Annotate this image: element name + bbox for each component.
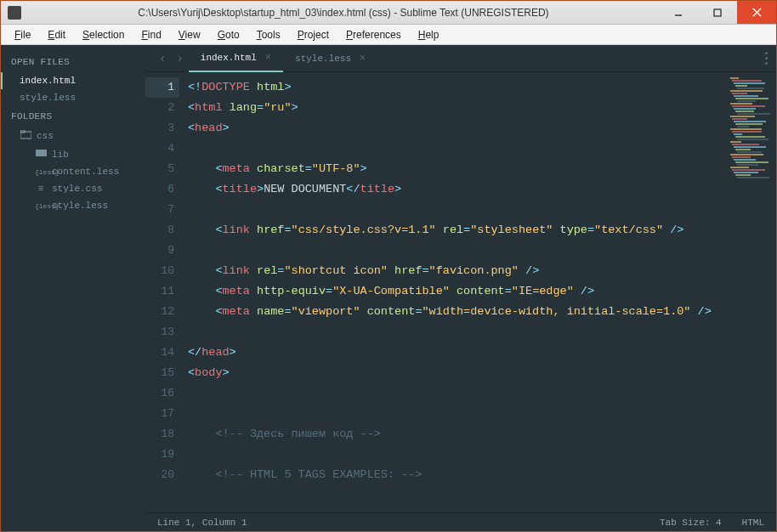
open-file-item[interactable]: style.less [1,89,145,106]
titlebar[interactable]: C:\Users\Yurij\Desktop\startup_html_03\i… [1,1,776,25]
line-number[interactable]: 18 [145,424,174,444]
tree-item[interactable]: {less}content.less [1,163,145,180]
code-line[interactable]: <!-- Здесь пишем код --> [183,424,725,444]
close-button[interactable] [737,1,776,24]
menu-preferences[interactable]: Preferences [339,27,408,42]
open-files-list: index.htmlstyle.less [1,72,145,106]
code-line[interactable]: <html lang="ru"> [183,98,725,118]
tabs-row: ‹ › index.html×style.less× [145,45,776,72]
code-line[interactable]: <meta charset="UTF-8"> [183,159,725,179]
minimize-button[interactable] [659,1,698,24]
code-line[interactable]: <link href="css/style.css?v=1.1" rel="st… [183,220,725,241]
code-line[interactable]: <meta http-equiv="X-UA-Compatible" conte… [183,281,725,302]
tree-item[interactable]: {less}style.less [1,197,145,214]
line-number[interactable]: 19 [145,444,174,465]
tab-close-icon[interactable]: × [360,53,366,65]
window-controls [659,1,776,24]
code-line[interactable]: <head> [183,118,725,139]
tab-nav-prev-icon[interactable]: ‹ [154,52,171,65]
line-number[interactable]: 13 [145,322,174,342]
line-number[interactable]: 14 [145,342,174,363]
line-number[interactable]: 6 [145,179,174,200]
tree-item[interactable]: lib [1,145,145,163]
code-line[interactable]: <!DOCTYPE html> [183,77,725,98]
tree-item[interactable]: css [1,127,145,145]
line-number[interactable]: 7 [145,200,174,220]
tree-item-label: css [37,131,54,141]
line-number[interactable]: 12 [145,302,174,322]
code-line[interactable] [183,139,725,159]
code-line[interactable] [183,404,725,424]
menu-view[interactable]: View [172,27,207,42]
code-line[interactable]: <body> [183,363,725,383]
code-line[interactable]: </head> [183,342,725,363]
app-window: C:\Users\Yurij\Desktop\startup_html_03\i… [0,0,777,532]
folder-open-icon [20,130,31,142]
tab-label: index.html [201,53,257,63]
status-tab-size[interactable]: Tab Size: 4 [660,518,722,528]
menu-selection[interactable]: Selection [76,27,131,42]
menu-edit[interactable]: Edit [41,27,72,42]
line-number[interactable]: 17 [145,404,174,424]
app-icon [8,6,21,20]
line-number[interactable]: 5 [145,159,174,179]
tree-item-label: style.less [52,201,108,211]
folder-tree: csslib{less}content.less≡style.css{less}… [1,127,145,214]
menu-project[interactable]: Project [291,27,336,42]
tree-item-label: lib [52,150,69,160]
line-number[interactable]: 11 [145,281,174,302]
maximize-button[interactable] [698,1,737,24]
menu-goto[interactable]: Goto [211,27,247,42]
less-icon: {less} [35,168,47,176]
line-number[interactable]: 9 [145,241,174,261]
open-file-item[interactable]: index.html [1,72,145,89]
editor-area: ‹ › index.html×style.less× 1234567891011… [145,45,776,531]
code-line[interactable] [183,241,725,261]
line-number[interactable]: 10 [145,261,174,281]
code-line[interactable]: <link rel="shortcut icon" href="favicon.… [183,261,725,281]
minimap[interactable] [725,72,776,512]
svg-rect-6 [36,150,47,156]
line-number[interactable]: 20 [145,465,174,485]
tab-nav-next-icon[interactable]: › [171,52,188,65]
tab[interactable]: index.html× [189,45,283,72]
tree-item[interactable]: ≡style.css [1,180,145,197]
statusbar: Line 1, Column 1 Tab Size: 4 HTML [145,512,776,531]
app-body: OPEN FILES index.htmlstyle.less FOLDERS … [1,45,776,531]
line-gutter[interactable]: 1234567891011121314151617181920 [145,72,183,512]
menu-file[interactable]: File [8,27,37,42]
line-number[interactable]: 2 [145,98,174,118]
status-cursor-position[interactable]: Line 1, Column 1 [157,518,247,528]
sidebar: OPEN FILES index.htmlstyle.less FOLDERS … [1,45,145,531]
menubar: FileEditSelectionFindViewGotoToolsProjec… [1,25,776,45]
menu-tools[interactable]: Tools [250,27,287,42]
line-number[interactable]: 3 [145,118,174,139]
more-icon[interactable] [765,52,768,65]
menu-find[interactable]: Find [134,27,167,42]
tab[interactable]: style.less× [283,45,377,72]
code-line[interactable] [183,200,725,220]
line-number[interactable]: 16 [145,383,174,404]
tab-close-icon[interactable]: × [265,52,271,64]
code-line[interactable]: <meta name="viewport" content="width=dev… [183,302,725,322]
line-number[interactable]: 4 [145,139,174,159]
code-area[interactable]: 1234567891011121314151617181920 <!DOCTYP… [145,72,776,512]
folder-icon [35,149,47,160]
svg-rect-1 [714,9,721,16]
menu-help[interactable]: Help [411,27,446,42]
less-icon: {less} [35,202,47,210]
code-line[interactable]: <!-- HTML 5 TAGS EXAMPLES: --> [183,465,725,485]
open-files-header: OPEN FILES [1,52,145,72]
code-line[interactable] [183,444,725,465]
status-syntax[interactable]: HTML [742,518,764,528]
code-line[interactable] [183,383,725,404]
window-title: C:\Users\Yurij\Desktop\startup_html_03\i… [28,7,659,19]
code-content[interactable]: <!DOCTYPE html><html lang="ru"><head> <m… [183,72,725,512]
folders-header: FOLDERS [1,106,145,127]
code-line[interactable]: <title>NEW DOCUMENT</title> [183,179,725,200]
line-number[interactable]: 15 [145,363,174,383]
line-number[interactable]: 8 [145,220,174,241]
code-line[interactable] [183,322,725,342]
line-number[interactable]: 1 [145,77,179,98]
tree-item-label: style.css [52,184,102,194]
